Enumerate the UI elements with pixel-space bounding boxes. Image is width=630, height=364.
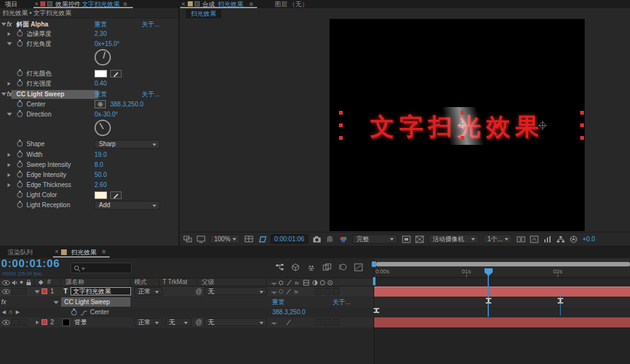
show-snapshot-icon[interactable] — [326, 236, 335, 243]
prop-value[interactable]: 50.0 — [94, 170, 106, 180]
twirl-open-icon[interactable] — [1, 23, 6, 26]
light-reception-dropdown[interactable]: Add — [94, 201, 160, 210]
keyframe-icon[interactable] — [558, 298, 563, 304]
color-swatch[interactable] — [94, 70, 107, 77]
shy-layers-icon[interactable] — [307, 263, 316, 271]
fx-icon[interactable]: fx — [7, 20, 12, 30]
angle-dial[interactable] — [94, 49, 111, 65]
primary-viewer-icon[interactable] — [197, 236, 205, 243]
tab-layer-panel[interactable]: 图层 （无） — [275, 0, 308, 8]
twirl-closed-icon[interactable] — [8, 32, 11, 36]
column-parent[interactable]: 父级 — [202, 278, 214, 286]
stopwatch-icon[interactable] — [17, 162, 23, 168]
stopwatch-icon[interactable] — [17, 111, 23, 117]
stopwatch-icon[interactable] — [17, 152, 23, 157]
selection-handle[interactable] — [339, 123, 343, 127]
snapshot-camera-icon[interactable] — [312, 236, 321, 243]
twirl-open-icon[interactable] — [54, 301, 59, 304]
exposure-value[interactable]: +0.0 — [583, 236, 595, 242]
effect-name[interactable]: 斜面 Alpha — [16, 20, 49, 30]
prop-value[interactable]: 19.0 — [94, 150, 106, 160]
selection-handle[interactable] — [580, 136, 584, 140]
close-icon[interactable]: × — [55, 248, 59, 255]
stopwatch-icon[interactable] — [17, 172, 23, 178]
motion-blur-icon[interactable] — [338, 263, 347, 271]
prop-value[interactable]: 8.0 — [94, 160, 103, 170]
selection-handle[interactable] — [339, 136, 343, 140]
twirl-open-icon[interactable] — [7, 42, 12, 45]
always-preview-icon[interactable] — [183, 236, 192, 243]
anchor-point-icon[interactable] — [459, 122, 466, 128]
label-column-icon[interactable]: ◆ — [38, 278, 43, 286]
effect-center-icon[interactable] — [539, 122, 546, 128]
reset-link[interactable]: 重置 — [272, 297, 285, 307]
parent-dropdown[interactable]: 无 — [204, 287, 267, 295]
column-trkmat[interactable]: T TrkMat — [163, 278, 187, 286]
pixel-aspect-icon[interactable] — [517, 236, 525, 243]
about-link[interactable]: 关于... — [142, 89, 159, 100]
column-source-name[interactable]: 源名称 — [66, 278, 84, 286]
mini-flowchart-icon[interactable] — [275, 263, 284, 271]
twirl-open-icon[interactable] — [35, 290, 40, 293]
layer-bar-2[interactable] — [374, 317, 630, 327]
time-navigator-bar[interactable] — [376, 262, 630, 266]
next-keyframe-icon[interactable]: ▶ — [16, 307, 20, 317]
stopwatch-icon[interactable] — [17, 71, 23, 76]
stopwatch-icon-active[interactable] — [71, 310, 77, 316]
lock-icon[interactable] — [195, 1, 200, 6]
add-keyframe-icon[interactable]: ◇ — [9, 307, 13, 317]
about-link[interactable]: 关于... — [142, 20, 159, 30]
effect-name[interactable]: CC Light Sweep — [16, 89, 64, 100]
work-area-start[interactable] — [373, 277, 375, 285]
twirl-closed-icon[interactable] — [8, 82, 11, 86]
frame-blend-icon[interactable] — [323, 263, 331, 271]
graph-editor-icon[interactable] — [354, 263, 363, 271]
prop-value[interactable]: 0x+15.0° — [94, 39, 120, 49]
preview-time[interactable]: 0:00:01:06 — [271, 234, 308, 244]
stopwatch-icon[interactable] — [17, 182, 23, 188]
resolution-dropdown[interactable]: 完整 — [352, 234, 398, 244]
twirl-open-icon[interactable] — [1, 93, 6, 96]
selection-handle[interactable] — [461, 136, 464, 140]
navigator-start-handle[interactable] — [372, 261, 376, 267]
keyframe-icon[interactable] — [374, 308, 379, 313]
twirl-closed-icon[interactable] — [8, 153, 11, 157]
parent-pickwhip-icon[interactable]: @ — [195, 287, 203, 295]
keyframe-icon[interactable] — [486, 298, 491, 304]
about-link[interactable]: 关于... — [333, 297, 350, 307]
layer-bar-1[interactable] — [374, 287, 630, 297]
lock-icon[interactable] — [47, 1, 52, 6]
selection-handle[interactable] — [580, 111, 584, 115]
angle-dial[interactable] — [94, 120, 111, 136]
fast-preview-icon[interactable] — [530, 236, 539, 243]
color-swatch[interactable] — [94, 191, 107, 199]
parent-dropdown[interactable]: 无 — [204, 318, 267, 326]
draft-3d-icon[interactable] — [291, 263, 300, 271]
property-value[interactable]: 388.3,250.0 — [272, 307, 306, 317]
eye-icon[interactable] — [2, 289, 10, 294]
mode-dropdown[interactable]: 正常 — [134, 287, 163, 295]
zoom-dropdown[interactable]: 100% — [210, 234, 240, 244]
lock-icon[interactable] — [26, 280, 32, 286]
prop-value[interactable]: 2.60 — [94, 180, 106, 190]
selection-handle[interactable] — [580, 123, 584, 127]
region-of-interest-icon[interactable] — [402, 236, 411, 243]
layer-row-1[interactable]: 1 T 文字扫光效果 正常 @ 无 fx — [0, 287, 374, 297]
layer-name[interactable]: 背景 — [74, 317, 87, 327]
selection-handle[interactable] — [339, 111, 343, 115]
prop-value[interactable]: 2.30 — [94, 29, 106, 39]
stopwatch-icon[interactable] — [17, 192, 23, 198]
playhead-line[interactable] — [488, 275, 489, 317]
channel-rgb-icon[interactable] — [339, 236, 348, 243]
effect-row-cc-light-sweep[interactable]: fx CC Light Sweep 重置 关于... — [0, 297, 374, 307]
twirl-closed-icon[interactable] — [8, 173, 11, 177]
mask-roi-icon[interactable] — [258, 236, 266, 243]
time-ruler[interactable]: 0:00s 01s 02s — [374, 267, 630, 278]
property-row-center[interactable]: ◀ ◇ ▶ Center 388.3,250.0 — [0, 307, 374, 317]
effect-header-cc-light-sweep[interactable]: fx CC Light Sweep 重置 关于... — [0, 89, 178, 100]
column-mode[interactable]: 模式 — [134, 278, 147, 286]
twirl-closed-icon[interactable] — [8, 183, 11, 187]
prop-value[interactable]: 388.3,250.0 — [110, 100, 144, 110]
layer-switches[interactable] — [271, 319, 309, 326]
tab-project[interactable]: 项目 — [5, 0, 18, 8]
